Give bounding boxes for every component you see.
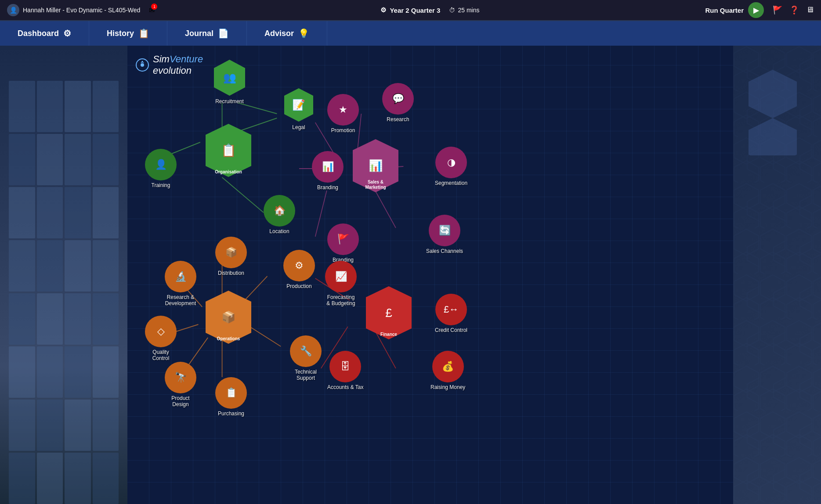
top-bar: 👤 Hannah Miller - Evo Dynamic - SL405-We… — [0, 0, 821, 21]
organisation-label: Organisation — [204, 169, 253, 175]
history-icon: 📋 — [138, 28, 149, 39]
raising-money-label: Raising Money — [430, 384, 465, 390]
quarter-info: ⚙ Year 2 Quarter 3 — [380, 6, 440, 14]
flag-icon[interactable]: 🚩 — [773, 5, 782, 15]
branding-bottom-node[interactable]: 🚩 Branding — [327, 223, 359, 263]
mail-badge: 1 — [151, 4, 157, 10]
sales-marketing-label: Sales &Marketing — [351, 180, 400, 190]
user-info: 👤 Hannah Miller - Evo Dynamic - SL405-We… — [7, 4, 140, 16]
svg-marker-1 — [141, 61, 144, 63]
left-panel — [0, 46, 127, 504]
segmentation-label: Segmentation — [435, 180, 467, 186]
promotion-node[interactable]: ★ Promotion — [327, 94, 359, 133]
credit-control-label: Credit Control — [435, 327, 467, 333]
sales-marketing-node[interactable]: 📊 Sales &Marketing — [351, 138, 400, 194]
mail-button[interactable]: ✉ 1 — [149, 6, 155, 14]
training-label: Training — [152, 182, 170, 188]
operations-label: Operations — [204, 336, 253, 342]
location-node[interactable]: 🏠 Location — [264, 195, 295, 234]
evolution-logo: SimVentureevolution — [135, 54, 203, 76]
forecasting-node[interactable]: 📈 Forecasting & Budgeting — [325, 261, 357, 307]
tab-journal[interactable]: Journal 📄 — [167, 21, 247, 46]
branding-top-node[interactable]: 📊 Branding — [312, 151, 344, 191]
training-node[interactable]: 👤 Training — [145, 149, 177, 188]
distribution-label: Distribution — [218, 270, 244, 276]
technical-support-label: Technical Support — [295, 369, 317, 382]
tab-dashboard-label: Dashboard — [18, 29, 59, 38]
operations-node[interactable]: 📦 Operations — [204, 289, 253, 345]
svg-marker-35 — [749, 70, 797, 118]
user-avatar: 👤 — [7, 4, 19, 16]
purchasing-node[interactable]: 📋 Purchasing — [215, 377, 247, 417]
recruitment-node[interactable]: 👥 Recruitment — [213, 59, 246, 104]
accounts-tax-node[interactable]: 🗄 Accounts & Tax — [327, 351, 364, 390]
product-design-label: Product Design — [171, 395, 189, 408]
purchasing-label: Purchasing — [218, 410, 244, 417]
tab-advisor-label: Advisor — [264, 29, 294, 38]
product-design-node[interactable]: 🔭 Product Design — [165, 362, 196, 408]
finance-label: Finance — [365, 332, 413, 337]
quality-control-node[interactable]: ◇ Quality Control — [145, 316, 177, 362]
research-dev-label: Research & Development — [165, 294, 196, 307]
quality-control-label: Quality Control — [152, 349, 170, 362]
sales-channels-label: Sales Channels — [426, 248, 463, 254]
segmentation-node[interactable]: ◑ Segmentation — [435, 147, 467, 186]
svg-marker-36 — [749, 118, 797, 155]
monitor-icon[interactable]: 🖥 — [806, 5, 814, 15]
research-dev-node[interactable]: 🔬 Research & Development — [165, 261, 196, 307]
legal-node[interactable]: 📝 Legal — [283, 87, 314, 130]
research-label: Research — [387, 116, 409, 122]
tab-advisor[interactable]: Advisor 💡 — [247, 21, 327, 46]
run-quarter-section: Run Quarter ▶ — [705, 2, 764, 18]
svg-point-2 — [141, 63, 144, 67]
recruitment-label: Recruitment — [215, 98, 244, 104]
logo-text: SimVentureevolution — [153, 54, 203, 76]
dashboard-icon: ⚙ — [63, 28, 71, 39]
branding-top-label: Branding — [317, 184, 338, 191]
topbar-icons: 🚩 ❓ 🖥 — [773, 5, 814, 15]
svg-line-19 — [315, 191, 327, 237]
quarter-icon: ⚙ — [380, 6, 386, 14]
promotion-label: Promotion — [331, 127, 355, 133]
user-label: Hannah Miller - Evo Dynamic - SL405-Wed — [23, 7, 140, 14]
right-panel — [733, 46, 821, 504]
forecasting-label: Forecasting & Budgeting — [326, 294, 355, 307]
run-quarter-button[interactable]: ▶ — [748, 2, 764, 18]
legal-label: Legal — [292, 124, 305, 130]
location-label: Location — [269, 228, 289, 234]
tab-history-label: History — [107, 29, 134, 38]
credit-control-node[interactable]: £↔ Credit Control — [435, 294, 467, 333]
diagram-area: SimVentureevolution — [127, 46, 733, 504]
accounts-tax-label: Accounts & Tax — [327, 384, 364, 390]
main-content: SimVentureevolution — [0, 46, 821, 504]
research-node[interactable]: 💬 Research — [382, 83, 414, 122]
time-icon: ⏱ — [449, 7, 455, 14]
technical-support-node[interactable]: 🔧 Technical Support — [290, 335, 322, 382]
production-label: Production — [286, 283, 311, 289]
svg-line-6 — [222, 177, 264, 212]
finance-node[interactable]: £ Finance — [365, 285, 413, 341]
tab-history[interactable]: History 📋 — [89, 21, 167, 46]
tab-journal-label: Journal — [185, 29, 213, 38]
time-label: 25 mins — [458, 7, 479, 14]
run-quarter-label: Run Quarter — [705, 7, 744, 14]
time-display: ⏱ 25 mins — [449, 7, 479, 14]
sales-channels-node[interactable]: 🔄 Sales Channels — [426, 215, 463, 254]
nav-tabs: Dashboard ⚙ History 📋 Journal 📄 Advisor … — [0, 21, 821, 46]
distribution-node[interactable]: 📦 Distribution — [215, 237, 247, 276]
raising-money-node[interactable]: 💰 Raising Money — [430, 351, 465, 390]
journal-icon: 📄 — [218, 28, 229, 39]
help-icon[interactable]: ❓ — [789, 5, 799, 15]
organisation-node[interactable]: 📋 Organisation — [204, 122, 253, 178]
advisor-icon: 💡 — [298, 28, 309, 39]
production-node[interactable]: ⚙ Production — [283, 250, 315, 289]
quarter-label: Year 2 Quarter 3 — [390, 7, 440, 14]
tab-dashboard[interactable]: Dashboard ⚙ — [0, 21, 89, 46]
